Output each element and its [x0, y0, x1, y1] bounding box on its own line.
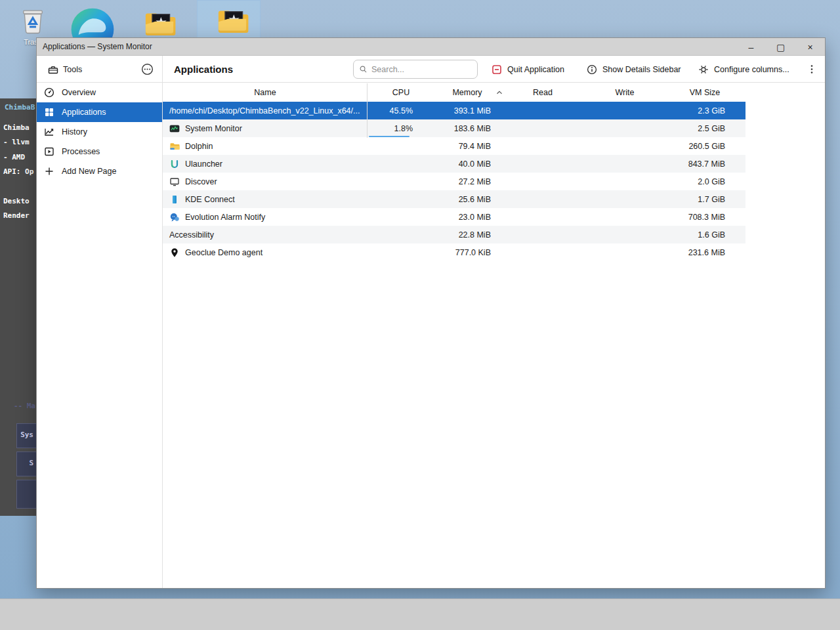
- app-name-cell: Ulauncher: [163, 155, 368, 173]
- read-cell: [500, 190, 585, 208]
- column-header-name[interactable]: Name: [163, 88, 368, 97]
- sidebar-item-label: Add New Page: [62, 167, 116, 176]
- app-name-cell: Discover: [163, 173, 368, 190]
- app-row-discover[interactable]: Discover27.2 MiB2.0 GiB: [163, 173, 746, 190]
- read-cell: [500, 173, 585, 190]
- app-name-cell: KDE Connect: [163, 190, 368, 208]
- read-cell: [500, 226, 585, 243]
- terminal-button-item[interactable]: [16, 480, 37, 509]
- vm-size-cell: 708.3 MiB: [664, 208, 746, 226]
- sidebar-item-label: History: [62, 127, 87, 136]
- write-cell: [585, 155, 664, 173]
- chart-icon: [44, 127, 54, 137]
- app-row-accessibility[interactable]: Accessibility22.8 MiB1.6 GiB: [163, 226, 746, 243]
- maximize-button[interactable]: ▢: [766, 38, 795, 56]
- sidebar-item-label: Applications: [62, 108, 106, 117]
- close-button[interactable]: ×: [795, 38, 825, 56]
- cpu-cell: 1.8%: [368, 119, 434, 137]
- search-icon: [359, 65, 368, 74]
- titlebar[interactable]: Applications — System Monitor – ▢ ×: [37, 38, 825, 56]
- sidebar-item-processes[interactable]: Processes: [37, 142, 162, 161]
- app-row-home-chi-desktop-chimbabench-v[interactable]: /home/chi/Desktop/ChimbaBench_v22_Linux_…: [163, 102, 746, 119]
- memory-cell: 23.0 MiB: [434, 208, 500, 226]
- search-box[interactable]: [353, 60, 478, 79]
- sidebar-item-applications[interactable]: Applications: [37, 102, 162, 122]
- read-cell: [500, 243, 585, 261]
- column-header-vm-size[interactable]: VM Size: [664, 88, 746, 97]
- quit-icon: [492, 64, 502, 75]
- vm-size-cell: 1.6 GiB: [664, 226, 746, 243]
- folder-image-icon: [213, 4, 251, 38]
- configure-icon: [698, 64, 709, 75]
- app-row-dolphin[interactable]: Dolphin79.4 MiB260.5 GiB: [163, 137, 746, 155]
- speedometer-icon: [44, 87, 54, 98]
- details-button[interactable]: Show Details Sidebar: [587, 56, 681, 83]
- write-cell: [585, 226, 664, 243]
- vm-size-cell: 231.6 MiB: [664, 243, 746, 261]
- vm-size-cell: 1.7 GiB: [664, 190, 746, 208]
- terminal-button-sys[interactable]: Sys: [16, 423, 37, 448]
- app-name-cell: Dolphin: [163, 137, 368, 155]
- desktop-icon-folder-1[interactable]: [140, 7, 178, 41]
- folder-image-icon: [140, 7, 178, 41]
- vm-size-cell: 2.0 GiB: [664, 173, 746, 190]
- sidebar-item-add-new-page[interactable]: Add New Page: [37, 161, 162, 181]
- column-header-read[interactable]: Read: [500, 88, 585, 97]
- column-header-cpu[interactable]: CPU: [368, 88, 434, 97]
- cpu-cell: [368, 173, 434, 190]
- sidebar-item-label: Overview: [62, 88, 96, 97]
- app-name-cell: /home/chi/Desktop/ChimbaBench_v22_Linux_…: [163, 102, 368, 119]
- app-pin-icon: [169, 247, 180, 258]
- cpu-cell: 45.5%: [368, 102, 434, 119]
- columns-label: Configure columns...: [714, 65, 789, 74]
- memory-cell: 22.8 MiB: [434, 226, 500, 243]
- terminal-button-s[interactable]: S: [16, 452, 37, 476]
- app-row-system-monitor[interactable]: System Monitor1.8%183.6 MiB2.5 GiB: [163, 119, 746, 137]
- page-title: Applications: [174, 56, 233, 83]
- app-name-cell: System Monitor: [163, 119, 368, 137]
- sort-ascending-icon: [495, 88, 504, 97]
- cpu-cell: [368, 208, 434, 226]
- system-monitor-window: Applications — System Monitor – ▢ × Tool…: [36, 37, 826, 589]
- quit-label: Quit Application: [507, 65, 564, 74]
- read-cell: [500, 102, 585, 119]
- app-row-evolution-alarm-notify[interactable]: Evolution Alarm Notify23.0 MiB708.3 MiB: [163, 208, 746, 226]
- chimbabench-terminal-window[interactable]: ChimbaB Chimba- llvm- AMDAPI: OpDesktoRe…: [0, 98, 37, 516]
- search-input[interactable]: [371, 65, 477, 74]
- read-cell: [500, 137, 585, 155]
- column-header-memory[interactable]: Memory: [434, 88, 500, 97]
- sidebar-item-overview[interactable]: Overview: [37, 83, 162, 102]
- quit-button[interactable]: Quit Application: [492, 56, 564, 83]
- cpu-cell: [368, 243, 434, 261]
- sidebar-item-history[interactable]: History: [37, 122, 162, 142]
- taskbar: Applications — Syst...ChimbaBench_v22_L.…: [0, 598, 840, 630]
- minimize-button[interactable]: –: [736, 38, 766, 56]
- plus-icon: [44, 166, 54, 177]
- sidebar-item-label: Processes: [62, 147, 100, 156]
- app-row-geoclue-demo-agent[interactable]: Geoclue Demo agent777.0 KiB231.6 MiB: [163, 243, 746, 261]
- app-name-cell: Geoclue Demo agent: [163, 243, 368, 261]
- meatball-menu-icon[interactable]: [141, 63, 154, 75]
- terminal-note: -- Ma: [0, 402, 37, 410]
- terminal-output: Chimba- llvm- AMDAPI: OpDesktoRender: [3, 121, 33, 224]
- column-header-write[interactable]: Write: [585, 88, 664, 97]
- memory-cell: 25.6 MiB: [434, 190, 500, 208]
- desktop-icon-folder-2[interactable]: [213, 4, 251, 38]
- maximize-icon: ▢: [776, 42, 785, 52]
- memory-cell: 393.1 MiB: [434, 102, 500, 119]
- vm-size-cell: 2.5 GiB: [664, 119, 746, 137]
- memory-cell: 183.6 MiB: [434, 119, 500, 137]
- read-cell: [500, 208, 585, 226]
- write-cell: [585, 190, 664, 208]
- app-ulauncher-icon: [169, 159, 180, 169]
- overflow-menu-icon[interactable]: [806, 63, 818, 75]
- app-row-kde-connect[interactable]: KDE Connect25.6 MiB1.7 GiB: [163, 190, 746, 208]
- toolbox-icon: [48, 64, 58, 75]
- header-band: Tools Applications Quit ApplicationShow …: [37, 56, 825, 83]
- terminal-title: ChimbaB: [5, 103, 35, 112]
- app-name-cell: Accessibility: [163, 226, 368, 243]
- write-cell: [585, 119, 664, 137]
- columns-button[interactable]: Configure columns...: [698, 56, 789, 83]
- cpu-cell: [368, 137, 434, 155]
- app-row-ulauncher[interactable]: Ulauncher40.0 MiB843.7 MiB: [163, 155, 746, 173]
